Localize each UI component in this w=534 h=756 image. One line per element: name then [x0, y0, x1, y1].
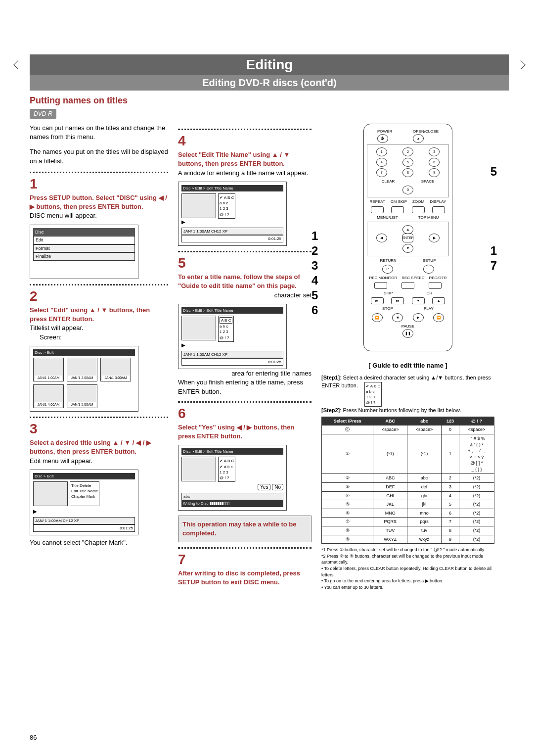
char-table-cell: (*1)	[407, 434, 442, 474]
entry-value: abc	[181, 493, 283, 500]
char-table-cell: ABC	[373, 474, 407, 483]
footnote-3: • To delete letters, press CLEAR button …	[321, 566, 494, 578]
char-table-cell: <space>	[459, 425, 494, 434]
finish-entry-note: When you finish entering a title name, p…	[178, 378, 312, 396]
char-table-cell: WXYZ	[373, 535, 407, 544]
char-table-cell: ⑤	[322, 500, 373, 509]
step-1-instruction: Press SETUP button. Select "DISC" using …	[30, 193, 168, 211]
chapter-mark-note: You cannot select "Chapter Mark".	[30, 538, 168, 547]
remote-callout: 3	[312, 257, 318, 274]
disc-menu-item: Edit	[33, 236, 135, 244]
footnote-2: *2 Press ② to ⑨ buttons, character set w…	[321, 553, 494, 566]
char-table-cell: TUV	[373, 526, 407, 535]
remote-callout: 1	[490, 242, 497, 259]
charset-box: A B Ca b c1 2 3@ ! ?	[218, 316, 234, 342]
char-table-cell: GHI	[373, 491, 407, 500]
char-table-cell: (*2)	[459, 535, 494, 544]
page-number: 86	[30, 734, 37, 741]
char-table-cell: ⑦	[322, 518, 373, 526]
disc-menu-item: Format	[33, 244, 135, 253]
intro-text-1: You can put names on the titles and chan…	[30, 124, 168, 142]
step-1-number: 1	[30, 174, 168, 193]
power-button-icon: ⏻	[377, 134, 388, 143]
step-3-instruction: Select a desired title using ▲ / ▼ / ◀ /…	[30, 438, 168, 456]
open-close-button-icon: ▲	[413, 134, 424, 143]
stop-button-icon: ■	[392, 313, 403, 322]
time-status: 0:01:25	[181, 235, 283, 242]
char-table-cell: (*2)	[459, 500, 494, 509]
step-4-result: A window for entering a title name will …	[178, 169, 312, 178]
status-bar: JAN/ 1 1:00AM CH12 XP	[33, 517, 135, 524]
num-button: 1	[376, 147, 387, 156]
enter-button-icon: ENTER	[402, 234, 413, 242]
char-table-cell: 2	[441, 474, 459, 483]
step-7-instruction: After writing to disc is completed, pres…	[178, 569, 312, 587]
edit-title-name-screenshot-3: Disc > Edit > Edit Title Name ✔ A B C✔ a…	[178, 445, 287, 510]
remote-callout: 5	[312, 287, 318, 304]
edit-title-name-screenshot-1: Disc > Edit > Edit Title Name ✔ A B Ca b…	[178, 182, 287, 246]
breadcrumb: Disc > Edit	[33, 473, 135, 479]
char-table-cell: ⑨	[322, 535, 373, 544]
title-thumbnail: JAN/1 1:00AM	[33, 358, 64, 381]
remote-control-illustration: POWER⏻ OPEN/CLOSE▲ 1 2 3 4 5 6 7	[363, 124, 452, 351]
footnote-1: *1 Press ① button, character set will be…	[321, 547, 494, 553]
intro-text-2: The names you put on the titles will be …	[30, 147, 168, 165]
disc-menu-screenshot: Disc Edit Format Finalize	[30, 225, 138, 279]
num-button: 3	[429, 147, 440, 156]
charset-label: character set	[178, 291, 312, 300]
char-table-cell: 9	[441, 535, 459, 544]
disc-menu-title: Disc	[33, 228, 135, 236]
fwd-button-icon: ⏩	[433, 313, 444, 322]
char-table-cell: wxyz	[407, 535, 442, 544]
entry-area-label: area for entering title names	[178, 369, 312, 378]
no-button: No	[272, 484, 283, 490]
return-button-icon: ↩	[382, 265, 393, 274]
num-button: 2	[402, 147, 413, 156]
char-table-cell: ⓪	[322, 425, 373, 434]
character-table: Select /Press ABC abc 123 @ ! ? ⓪<space>…	[321, 417, 494, 544]
writing-status: Writing to Disc ▮▮▮▮▮▮▮▯▯▯	[181, 500, 283, 507]
edit-menu-screenshot: Disc > Edit Title Delete Edit Title Name…	[30, 470, 138, 536]
screen-label: Screen:	[40, 333, 168, 342]
char-table-cell: (*1)	[373, 434, 407, 474]
time-status: 0:01:25	[181, 358, 283, 366]
char-table-cell: ghi	[407, 491, 442, 500]
section-title: Editing	[30, 54, 509, 75]
step-1-result: DISC menu will appear.	[30, 211, 168, 220]
step-4-instruction: Select "Edit Title Name" using ▲ / ▼ but…	[178, 150, 312, 168]
remote-callout: 1	[312, 228, 318, 244]
char-table-cell: ③	[322, 483, 373, 492]
char-table-cell: ⑥	[322, 509, 373, 518]
footnote-4: • To go on to the next entering area for…	[321, 578, 494, 584]
step-6-number: 6	[178, 404, 312, 423]
char-table-cell: JKL	[373, 500, 407, 509]
setup-button-icon	[423, 265, 434, 274]
char-table-cell: (*2)	[459, 491, 494, 500]
play-button-icon: ▶	[413, 313, 424, 322]
step-3-result: Edit menu will appear.	[30, 457, 168, 466]
char-table-cell: 7	[441, 518, 459, 526]
char-table-cell: 5	[441, 500, 459, 509]
char-table-cell: (*2)	[459, 483, 494, 492]
char-table-cell: <space>	[407, 425, 442, 434]
char-table-cell: (*2)	[459, 518, 494, 526]
edit-submenu: Title Delete Edit Title Name Chapter Mar…	[70, 481, 99, 506]
page-heading: Putting names on titles	[30, 95, 509, 106]
char-table-cell: mno	[407, 509, 442, 518]
num-button: 8	[402, 168, 413, 177]
charset-box: ✔ A B C✔ a b c1 2 3@ ! ?	[218, 457, 235, 482]
char-table-cell: DEF	[373, 483, 407, 492]
remote-callout: 5	[490, 163, 497, 180]
charset-box: ✔ A B Ca b c1 2 3@ ! ?	[218, 193, 235, 219]
char-table-cell: pqrs	[407, 518, 442, 526]
title-thumbnail	[33, 481, 68, 506]
status-bar: JAN/ 1 1:00AM CH12 XP	[181, 228, 283, 235]
edit-title-name-screenshot-2: Disc > Edit > Edit Title Name A B Ca b c…	[178, 304, 287, 369]
pause-button-icon: ❚❚	[402, 329, 413, 338]
num-button: 9	[429, 168, 440, 177]
breadcrumb: Disc > Edit > Edit Title Name	[181, 185, 283, 191]
breadcrumb: Disc > Edit > Edit Title Name	[181, 307, 283, 314]
char-table-cell: PQRS	[373, 518, 407, 526]
dvdr-badge: DVD-R	[30, 109, 56, 119]
step-6-instruction: Select "Yes" using ◀ / ▶ buttons, then p…	[178, 423, 312, 441]
